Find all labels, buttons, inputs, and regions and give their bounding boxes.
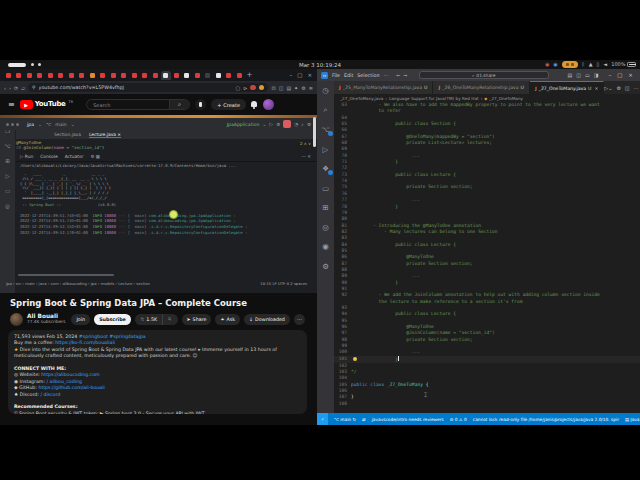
browser-tab[interactable] [119, 71, 130, 80]
extension-status[interactable]: javavscode/intro needs reviewers [372, 417, 444, 422]
profile-dot-icon[interactable] [250, 85, 256, 91]
media-icon[interactable]: ⊳ [243, 85, 247, 91]
bluetooth-icon[interactable]: ᛒ [582, 61, 585, 68]
browser-tab[interactable] [161, 71, 172, 80]
new-tab-button[interactable]: + [247, 71, 253, 79]
editor-tab[interactable]: J_27_OneToMany.javaU× [530, 81, 604, 94]
editor-action-icon[interactable]: ▷⌄ [604, 85, 612, 91]
like-button[interactable]: ☞1.5K [135, 314, 163, 325]
forward-button[interactable]: › [9, 85, 11, 91]
site-info-icon[interactable]: ⚲ [32, 85, 36, 90]
nav-back-icon[interactable]: ← [396, 73, 400, 78]
browser-tab[interactable] [35, 71, 46, 80]
channel-avatar[interactable] [10, 313, 23, 326]
menu-edit[interactable]: Edit [344, 73, 353, 78]
browser-menu-icon[interactable]: ≡ [309, 85, 313, 91]
notifications-bell-icon[interactable] [251, 101, 258, 109]
layout-icon[interactable]: ▤ [567, 72, 572, 78]
profile-dot-icon[interactable] [259, 85, 265, 91]
browser-tab[interactable] [56, 71, 67, 80]
java-ready-status[interactable]: ▤ Java: Ready [625, 417, 640, 422]
nav-forward-icon[interactable]: → [403, 73, 407, 78]
breadcrumb-item[interactable]: Language Support for Java(TM) by Red Hat [389, 96, 479, 101]
editor-action-icon[interactable]: ⋯ [634, 85, 639, 91]
editor-tab[interactable]: J_25_ManyToManyRelationship.javaU [334, 81, 433, 94]
activity-icon[interactable]: ◎ [320, 222, 331, 233]
layout-icon[interactable]: ◫ [576, 72, 581, 78]
browser-tab[interactable] [224, 71, 235, 80]
git-branch-status[interactable]: ⌥ main ↻ [334, 417, 356, 422]
sync-status[interactable]: ⇄ [362, 417, 366, 422]
activity-icon[interactable]: ⚙ [320, 261, 331, 272]
problems-status[interactable]: ⊘ 0 ⚠ 0 [450, 417, 467, 422]
window-control[interactable]: × [628, 72, 633, 78]
input-switch-pill[interactable] [562, 61, 578, 68]
ask-button[interactable]: ✦Ask [215, 314, 240, 325]
window-control[interactable]: × [307, 72, 312, 78]
wifi-icon[interactable]: ▲ [589, 61, 593, 68]
browser-tab[interactable] [45, 71, 56, 80]
subscribe-button[interactable]: Subscribe [94, 314, 131, 325]
downloaded-button[interactable]: ↓Downloaded [244, 314, 290, 325]
activity-icon[interactable]: ⌥ [320, 124, 331, 135]
volume-icon[interactable]: ◄ [603, 61, 607, 68]
editor-action-icon[interactable]: ◫ [625, 85, 630, 91]
remote-indicator[interactable]: ⚡ [317, 413, 328, 425]
dislike-button[interactable]: ☞ [163, 314, 177, 325]
lightbulb-icon[interactable] [353, 357, 357, 361]
back-button[interactable]: ‹ [4, 85, 6, 91]
breadcrumb-item[interactable]: _27_OneToMany [489, 96, 523, 101]
window-control[interactable]: ▢ [297, 72, 302, 78]
close-tab-icon[interactable]: × [594, 86, 598, 91]
browser-tab[interactable] [98, 71, 109, 80]
display-icon[interactable]: ▯ [597, 61, 600, 68]
browser-tab[interactable] [182, 71, 193, 80]
activity-icon[interactable]: ◉ [320, 241, 331, 252]
browser-tab[interactable] [66, 71, 77, 80]
vscode-breadcrumb[interactable]: _27_OneToMany.java›Language Support for … [334, 94, 640, 102]
layout-icon[interactable]: ▭ [585, 72, 590, 78]
browser-tab[interactable] [140, 71, 151, 80]
join-button[interactable]: Join [71, 314, 90, 325]
vscode-editor[interactable]: 63- We also have to add the mappedBy pro… [334, 102, 640, 413]
reload-button[interactable]: ⟳ [14, 85, 18, 91]
editor-action-icon[interactable]: ⚙ [616, 85, 620, 91]
browser-tab[interactable] [203, 71, 214, 80]
browser-tab[interactable] [192, 71, 203, 80]
share-button[interactable]: ➤Share [182, 314, 212, 325]
reading-list-icon[interactable]: ▤ [286, 85, 291, 91]
more-actions-button[interactable]: ⋯ [294, 314, 305, 325]
browser-tab[interactable] [150, 71, 161, 80]
menu-selection[interactable]: Selection [357, 73, 379, 78]
create-button[interactable]: + Create [211, 99, 246, 110]
browser-icon[interactable]: ◉ [553, 61, 557, 68]
activity-icon[interactable]: ⌕ [320, 105, 331, 116]
browser-tab[interactable] [3, 71, 14, 80]
guide-menu-icon[interactable]: ≡ [8, 100, 15, 109]
browser-tab[interactable] [24, 71, 35, 80]
window-control[interactable]: ▢ [617, 72, 622, 78]
video-player[interactable]: ❐ ⌥ ⊞ ▷ ▭ ◎ jpa ⌄ ⌥ main ⌄ JpaApplicatio… [0, 115, 317, 293]
user-avatar[interactable] [263, 99, 274, 110]
youtube-search-box[interactable]: Search ⌕ [86, 99, 190, 110]
window-control[interactable]: – [289, 72, 292, 78]
browser-tab[interactable] [14, 71, 25, 80]
browser-scrollbar-thumb[interactable] [313, 117, 316, 147]
menu-file[interactable]: File [332, 73, 340, 78]
voice-search-button[interactable] [195, 99, 206, 110]
browser-tab[interactable] [108, 71, 119, 80]
window-control[interactable]: – [608, 72, 611, 78]
extension-icon[interactable]: ⊡ [271, 85, 275, 91]
app-icon[interactable]: ◉ [545, 61, 549, 68]
settings-icon[interactable]: ⚙ [301, 85, 305, 91]
browser-tab[interactable] [213, 71, 224, 80]
activity-icon[interactable]: ▭ [320, 183, 331, 194]
menu-⋯[interactable]: ⋯ [383, 73, 388, 78]
activity-icon[interactable]: ⊞ [320, 202, 331, 213]
activity-icon[interactable]: ▷ [320, 144, 331, 155]
youtube-logo[interactable]: ▶ YouTube TR [20, 100, 73, 109]
search-button[interactable]: ⌕ [169, 100, 189, 109]
breadcrumb-item[interactable]: _27_OneToMany.java [340, 96, 383, 101]
activity-icon[interactable]: ◷ [320, 85, 331, 96]
layout-icon[interactable]: ◨ [594, 72, 599, 78]
